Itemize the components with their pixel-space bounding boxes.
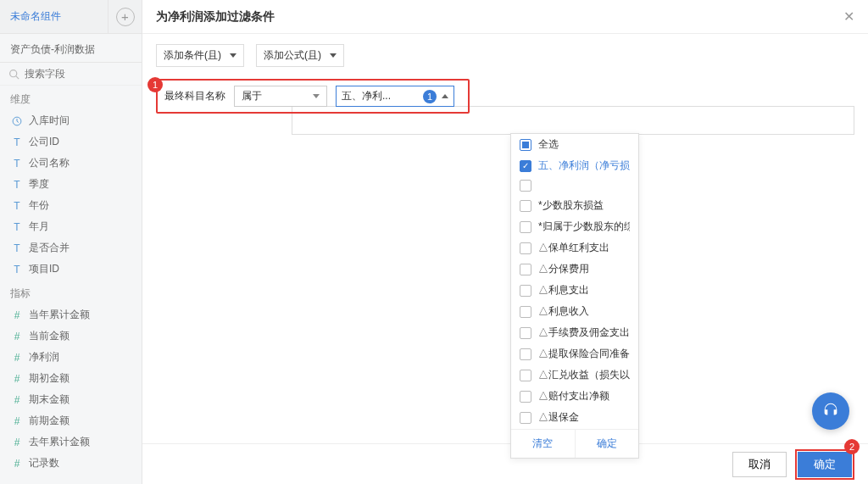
add-condition-label: 添加条件(且) <box>164 48 221 63</box>
number-type-icon: # <box>10 394 24 406</box>
dropdown-option[interactable]: △退保金 <box>511 407 638 428</box>
dimension-item[interactable]: T项目ID <box>0 259 142 280</box>
dimension-item[interactable]: T公司ID <box>0 131 142 153</box>
dimension-label: 入库时间 <box>29 114 70 128</box>
select-all-item[interactable]: 全选 <box>511 134 638 155</box>
dropdown-option[interactable]: *少数股东损益 <box>511 195 638 216</box>
dropdown-option[interactable]: 五、净利润（净亏损以" - "号填列） <box>511 155 638 176</box>
dropdown-option[interactable]: △利息支出 <box>511 280 638 301</box>
dimension-label: 公司ID <box>29 135 59 149</box>
checkbox-indeterminate-icon <box>520 139 531 151</box>
group-label[interactable]: 未命名组件 <box>0 9 108 24</box>
measure-item[interactable]: #前期金额 <box>0 410 142 431</box>
search-input[interactable] <box>25 68 133 80</box>
filter-field-label: 最终科目名称 <box>164 89 225 103</box>
checkbox-icon <box>520 221 531 233</box>
sidebar-top: 未命名组件 + <box>0 0 142 34</box>
clock-icon <box>10 116 24 126</box>
chevron-up-icon <box>442 94 448 98</box>
dropdown-option[interactable]: △提取保险合同准备金净额 <box>511 343 638 364</box>
modal-body: 添加条件(且) 添加公式(且) 1 最终科目名称 属于 五、净利... 1 <box>142 34 868 443</box>
callout-2: 2 <box>844 439 860 454</box>
dropdown-option-label: △退保金 <box>538 410 579 425</box>
text-type-icon: T <box>10 158 24 170</box>
dropdown-option[interactable]: △利息收入 <box>511 301 638 322</box>
measure-label: 期末金额 <box>29 392 70 407</box>
measure-item[interactable]: #当前金额 <box>0 325 142 347</box>
dropdown-option-label: *归属于少数股东的综合收益总额 <box>538 220 630 234</box>
number-type-icon: # <box>10 373 24 385</box>
dropdown-option[interactable]: △手续费及佣金支出 <box>511 322 638 343</box>
headset-icon <box>821 402 840 420</box>
condition-bar: 添加条件(且) 添加公式(且) <box>156 44 854 67</box>
value-select[interactable]: 五、净利... 1 <box>336 86 454 107</box>
add-formula-button[interactable]: 添加公式(且) <box>256 44 344 67</box>
dropdown-option[interactable]: △保单红利支出 <box>511 237 638 259</box>
number-type-icon: # <box>10 458 24 470</box>
measure-label: 前期金额 <box>29 414 70 428</box>
checkbox-icon <box>520 264 531 275</box>
measure-label: 当前金额 <box>29 329 70 343</box>
add-component-button[interactable]: + <box>108 0 142 34</box>
dropdown-option-label: *少数股东损益 <box>538 198 604 213</box>
dropdown-option[interactable]: *归属于少数股东的综合收益总额 <box>511 216 638 237</box>
measure-item[interactable]: #期末金额 <box>0 389 142 410</box>
support-fab[interactable] <box>812 392 849 430</box>
measure-label: 当年累计金额 <box>29 308 90 322</box>
svg-point-0 <box>10 70 17 76</box>
dropdown-option[interactable]: △汇兑收益（损失以"-"号填列） <box>511 364 638 386</box>
measure-label: 期初金额 <box>29 371 70 386</box>
checkbox-icon <box>520 180 531 192</box>
measure-label: 净利润 <box>29 350 59 364</box>
dropdown-option-label: △汇兑收益（损失以"-"号填列） <box>538 368 630 382</box>
dropdown-footer: 清空 确定 <box>511 429 638 458</box>
dropdown-confirm-button[interactable]: 确定 <box>576 430 639 458</box>
dropdown-option[interactable] <box>511 176 638 195</box>
number-type-icon: # <box>10 437 24 448</box>
add-condition-button[interactable]: 添加条件(且) <box>156 44 244 67</box>
dropdown-option[interactable]: △分保费用 <box>511 259 638 280</box>
dropdown-option-label: 五、净利润（净亏损以" - "号填列） <box>538 159 630 173</box>
modal-header: 为净利润添加过滤条件 ✕ <box>142 0 868 34</box>
cancel-button[interactable]: 取消 <box>732 452 787 477</box>
dimension-item[interactable]: T年月 <box>0 216 142 237</box>
dimension-item[interactable]: T是否合并 <box>0 237 142 259</box>
measure-label: 去年累计金额 <box>29 435 90 449</box>
dimension-label: 季度 <box>29 177 49 192</box>
modal-title: 为净利润添加过滤条件 <box>156 9 275 25</box>
close-icon[interactable]: ✕ <box>843 8 854 25</box>
dimension-item[interactable]: T季度 <box>0 174 142 195</box>
svg-line-1 <box>16 75 19 78</box>
dropdown-option-label: △利息收入 <box>538 304 589 319</box>
plus-icon: + <box>116 8 135 26</box>
measure-item[interactable]: #去年累计金额 <box>0 431 142 453</box>
callout-1: 1 <box>147 77 163 92</box>
dimension-label: 项目ID <box>29 262 59 276</box>
modal-footer: 取消 2 确定 <box>142 443 868 484</box>
dimension-item[interactable]: T公司名称 <box>0 153 142 174</box>
dimensions-header: 维度 <box>0 86 142 110</box>
measures-list: #当年累计金额#当前金额#净利润#期初金额#期末金额#前期金额#去年累计金额#记… <box>0 304 142 474</box>
ok-highlight: 2 确定 <box>795 449 854 480</box>
dimension-label: 年月 <box>29 220 49 234</box>
measure-item[interactable]: #记录数 <box>0 453 142 474</box>
filter-row: 1 最终科目名称 属于 五、净利... 1 <box>156 79 470 114</box>
dropdown-option[interactable]: △赔付支出净额 <box>511 386 638 407</box>
search-icon <box>8 69 19 80</box>
ok-button[interactable]: 确定 <box>798 452 852 477</box>
measure-item[interactable]: #期初金额 <box>0 368 142 389</box>
datasource-label[interactable]: 资产负债-利润数据 <box>0 34 142 63</box>
dropdown-clear-button[interactable]: 清空 <box>511 430 576 458</box>
dimension-item[interactable]: 入库时间 <box>0 110 142 131</box>
search-row <box>0 63 142 86</box>
text-type-icon: T <box>10 136 24 148</box>
text-type-icon: T <box>10 264 24 275</box>
dimension-item[interactable]: T年份 <box>0 195 142 216</box>
value-preview: 五、净利... <box>342 89 418 103</box>
checkbox-icon <box>520 370 531 381</box>
measure-item[interactable]: #当年累计金额 <box>0 304 142 325</box>
measures-header: 指标 <box>0 280 142 304</box>
chevron-down-icon <box>313 94 320 98</box>
operator-select[interactable]: 属于 <box>234 86 327 107</box>
measure-item[interactable]: #净利润 <box>0 347 142 368</box>
